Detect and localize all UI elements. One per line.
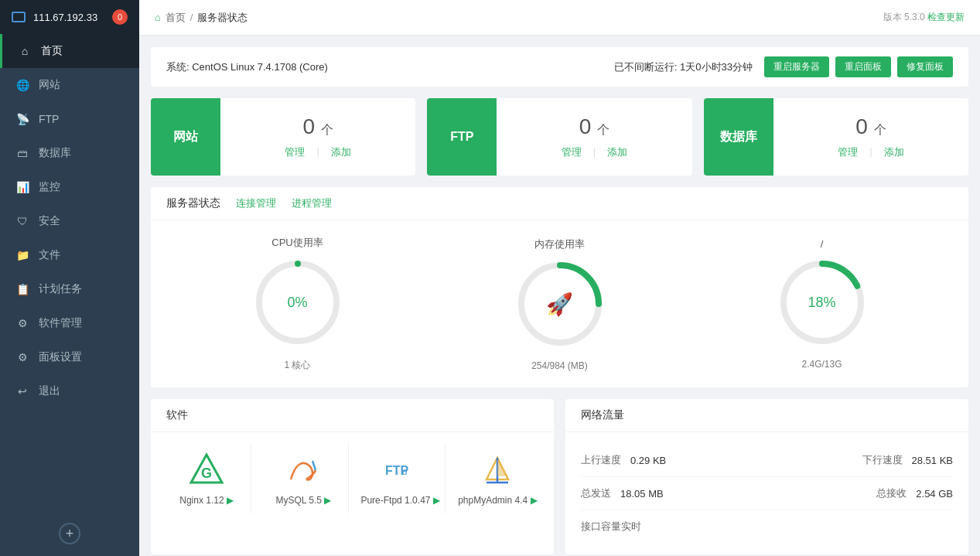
stat-body-0: 0 个 管理 | 添加 (220, 98, 415, 176)
stat-manage-0[interactable]: 管理 (285, 145, 305, 159)
stat-count-0: 0 个 (302, 114, 333, 139)
restart-panel-button[interactable]: 重启面板 (835, 56, 891, 77)
stat-add-0[interactable]: 添加 (331, 145, 351, 159)
server-status-body: CPU使用率 0% 1 核心 内存使用率 (151, 220, 968, 387)
network-section: 网络流量 上行速度 0.29 KB 下行速度 28.51 KB (565, 399, 968, 554)
breadcrumb-current: 服务器状态 (197, 11, 248, 25)
download-label: 下行速度 (862, 453, 903, 467)
mysql-name: MySQL 5.5 ▶ (275, 495, 331, 506)
breadcrumb-home: 首页 (166, 11, 186, 25)
stat-add-1[interactable]: 添加 (607, 145, 627, 159)
stat-manage-2[interactable]: 管理 (838, 145, 858, 159)
svg-text:G: G (201, 466, 212, 481)
sidebar-item-label-ftp: FTP (39, 113, 59, 125)
disk-label: / (821, 238, 824, 250)
stat-count-2: 0 个 (855, 114, 886, 139)
settings-icon: ⚙ (15, 350, 29, 364)
system-info: 系统: CentOS Linux 7.4.1708 (Core) (166, 60, 603, 74)
server-ip: 111.67.192.33 (33, 12, 104, 23)
sidebar-item-logout[interactable]: ↩ 退出 (0, 374, 139, 408)
memory-rocket-icon: 🚀 (546, 291, 573, 316)
tab-connection[interactable]: 连接管理 (236, 196, 276, 210)
sidebar-item-website[interactable]: 🌐 网站 (0, 68, 139, 102)
network-body: 上行速度 0.29 KB 下行速度 28.51 KB 总发送 18.05 MB (565, 432, 968, 554)
version-info: 版本 5.3.0 检查更新 (883, 11, 965, 24)
disk-sub: 2.4G/13G (801, 359, 842, 370)
software-item-nginx[interactable]: G Nginx 1.12 ▶ (162, 444, 251, 513)
stat-card-2: 数据库 0 个 管理 | 添加 (704, 98, 968, 176)
nginx-icon: G (188, 452, 225, 489)
upload-value: 0.29 KB (630, 455, 666, 466)
cpu-label: CPU使用率 (271, 236, 323, 250)
sidebar-item-cron[interactable]: 📋 计划任务 (0, 272, 139, 306)
network-row-port: 接口容量实时 (581, 510, 953, 543)
stat-add-2[interactable]: 添加 (884, 145, 904, 159)
server-status-title: 服务器状态 (166, 196, 220, 210)
sidebar-header: 111.67.192.33 0 (0, 0, 139, 34)
repair-panel-button[interactable]: 修复面板 (897, 56, 953, 77)
stat-icon-1: FTP (427, 98, 497, 176)
sidebar-item-software[interactable]: ⚙ 软件管理 (0, 306, 139, 340)
sidebar-item-files[interactable]: 📁 文件 (0, 238, 139, 272)
server-status-card: 服务器状态 连接管理 进程管理 CPU使用率 0% (151, 187, 968, 387)
memory-gauge: 内存使用率 🚀 254/984 (MB) (514, 237, 606, 371)
sidebar-item-home[interactable]: ⌂ 首页 (0, 34, 139, 68)
sidebar-item-label-security: 安全 (39, 214, 60, 228)
stat-count-1: 0 个 (579, 114, 610, 139)
software-item-phpmyadmin[interactable]: phpMyAdmin 4.4 ▶ (453, 444, 542, 513)
sent-value: 18.05 MB (620, 488, 664, 500)
recv-value: 2.54 GB (916, 488, 953, 500)
website-icon: 🌐 (15, 78, 29, 92)
network-row-total: 总发送 18.05 MB 总接收 2.54 GB (581, 477, 953, 510)
add-button[interactable]: + (59, 523, 80, 544)
monitor-icon (12, 12, 26, 22)
software-header: 软件 (151, 399, 554, 432)
sidebar-item-monitor[interactable]: 📊 监控 (0, 170, 139, 204)
stat-card-0: 网站 0 个 管理 | 添加 (151, 98, 415, 176)
sidebar-item-label-cron: 计划任务 (39, 282, 82, 296)
upload-item: 上行速度 0.29 KB (581, 453, 666, 467)
sysinfo-bar: 系统: CentOS Linux 7.4.1708 (Core) 已不间断运行:… (151, 47, 968, 87)
software-item-ftpd[interactable]: FTP d Pure-Ftpd 1.0.47 ▶ (357, 444, 446, 513)
tab-process[interactable]: 进程管理 (292, 196, 332, 210)
uptime-text: 已不间断运行: 1天0小时33分钟 (614, 60, 753, 74)
sidebar-item-security[interactable]: 🛡 安全 (0, 204, 139, 238)
phpmyadmin-name: phpMyAdmin 4.4 ▶ (458, 495, 537, 506)
software-section: 软件 G Nginx 1.12 ▶ (151, 399, 554, 554)
software-item-mysql[interactable]: MySQL 5.5 ▶ (259, 444, 348, 513)
monitor-icon: 📊 (15, 180, 29, 194)
notification-badge: 0 (112, 9, 128, 25)
svg-text:d: d (402, 466, 408, 477)
disk-gauge: / 18% 2.4G/13G (776, 238, 869, 370)
upload-label: 上行速度 (581, 453, 621, 467)
cpu-value: 0% (287, 295, 307, 311)
sidebar-item-database[interactable]: 🗃 数据库 (0, 136, 139, 170)
breadcrumb-sep: / (190, 12, 193, 23)
memory-sub: 254/984 (MB) (531, 360, 588, 371)
download-item: 下行速度 28.51 KB (862, 453, 954, 467)
cpu-sub: 1 核心 (284, 359, 310, 372)
restart-server-button[interactable]: 重启服务器 (764, 56, 829, 77)
bottom-row: 软件 G Nginx 1.12 ▶ (151, 399, 968, 554)
sidebar-item-label-software: 软件管理 (39, 316, 82, 330)
stat-manage-1[interactable]: 管理 (562, 145, 582, 159)
software-body: G Nginx 1.12 ▶ (151, 432, 554, 525)
sidebar-item-label-settings: 面板设置 (39, 350, 82, 364)
sidebar-item-label-database: 数据库 (39, 146, 71, 160)
svg-marker-13 (497, 459, 508, 476)
sidebar-nav: ⌂ 首页 🌐 网站 📡 FTP 🗃 数据库 📊 监控 🛡 安全 📁 文件 📋 计… (0, 34, 139, 511)
recv-item: 总接收 2.54 GB (876, 486, 953, 500)
sidebar-item-ftp[interactable]: 📡 FTP (0, 102, 139, 136)
sidebar-item-settings[interactable]: ⚙ 面板设置 (0, 340, 139, 374)
network-row-speed: 上行速度 0.29 KB 下行速度 28.51 KB (581, 444, 953, 477)
sidebar: 111.67.192.33 0 ⌂ 首页 🌐 网站 📡 FTP 🗃 数据库 📊 … (0, 0, 139, 556)
cron-icon: 📋 (15, 282, 29, 296)
cpu-gauge: CPU使用率 0% 1 核心 (251, 236, 344, 372)
version-text: 版本 5.3.0 (883, 12, 925, 22)
ftp-icon: 📡 (15, 112, 29, 126)
home-icon: ⌂ (155, 12, 161, 23)
check-update-link[interactable]: 检查更新 (927, 12, 965, 22)
stat-actions-1: 管理 | 添加 (562, 145, 627, 159)
phpmyadmin-icon (479, 452, 516, 489)
disk-value: 18% (808, 295, 835, 311)
